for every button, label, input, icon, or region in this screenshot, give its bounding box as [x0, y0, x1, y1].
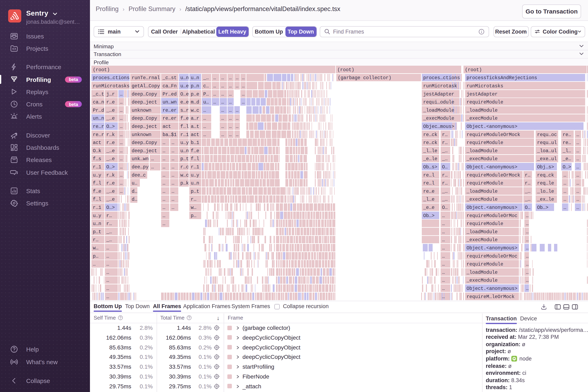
- svg-text:…: …: [120, 124, 123, 129]
- svg-text:O…>: O…>: [106, 205, 115, 210]
- svg-text:…: …: [203, 132, 206, 138]
- svg-text:unk…wn: unk…wn: [132, 156, 149, 162]
- svg-text:r…e: r…e: [106, 140, 115, 146]
- svg-text:…: …: [221, 84, 224, 89]
- svg-text:re…ck: re…ck: [423, 132, 437, 138]
- svg-text:Pr…ed: Pr…ed: [163, 92, 177, 97]
- svg-text:p…: p…: [93, 254, 99, 259]
- svg-text:requ…oc: requ…oc: [537, 132, 557, 138]
- svg-text:_…e: _…e: [106, 156, 115, 162]
- svg-text:runMicrotask: runMicrotask: [423, 84, 457, 89]
- svg-text:…: …: [526, 213, 529, 218]
- svg-text:getAl…Copy: getAl…Copy: [132, 84, 160, 89]
- svg-text:…: …: [163, 213, 165, 218]
- svg-text:…: …: [564, 197, 566, 202]
- svg-text:r…: r…: [191, 197, 197, 202]
- svg-text:Object.<anonymous>: Object.<anonymous>: [467, 164, 517, 170]
- svg-text:w…c: w…c: [191, 108, 199, 113]
- svg-text:…: …: [564, 173, 566, 178]
- svg-text:…: …: [221, 124, 224, 129]
- svg-text:_lo…le: _lo…le: [537, 189, 554, 194]
- svg-text:act: act: [191, 132, 199, 138]
- svg-text:f…l: f…l: [93, 181, 101, 186]
- svg-text:_…: _…: [525, 189, 531, 194]
- svg-text:w…: w…: [191, 205, 197, 210]
- svg-text:…: …: [229, 84, 232, 89]
- svg-text:_e…e: _e…e: [423, 205, 434, 210]
- svg-text:…: …: [236, 108, 239, 113]
- svg-text:_loadModule: _loadModule: [423, 108, 454, 113]
- svg-text:…: …: [120, 92, 123, 97]
- svg-text:…: …: [526, 286, 529, 291]
- svg-text:r…: r…: [106, 221, 112, 226]
- svg-text:r…: r…: [525, 181, 531, 186]
- svg-text:jestAdapter: jestAdapter: [423, 92, 454, 97]
- svg-text:processTicksAndRejections: processTicksAndRejections: [467, 75, 537, 80]
- svg-text:b…1: b…1: [191, 140, 199, 146]
- svg-text:u…n: u…n: [191, 181, 199, 186]
- svg-text:…: …: [163, 140, 165, 146]
- svg-text:…: …: [526, 229, 529, 235]
- svg-text:Object.<anonymous>: Object.<anonymous>: [467, 124, 517, 129]
- svg-text:…: …: [576, 205, 579, 210]
- svg-text:u…n: u…n: [180, 75, 189, 80]
- svg-text:act: act: [163, 124, 171, 129]
- svg-text:…: …: [120, 189, 123, 194]
- svg-text:u…y: u…y: [93, 213, 101, 218]
- svg-text:f…e: f…e: [180, 116, 189, 121]
- svg-text:…: …: [120, 140, 123, 146]
- svg-text:c…: c…: [203, 84, 209, 89]
- svg-text:…: …: [442, 294, 445, 300]
- svg-text:…: …: [163, 164, 165, 170]
- svg-text:r…1: r…1: [191, 164, 199, 170]
- svg-text:r…: r…: [442, 132, 448, 138]
- svg-text:…: …: [213, 92, 216, 97]
- svg-text:…: …: [229, 108, 232, 113]
- svg-text:deep…Copy: deep…Copy: [132, 116, 157, 121]
- svg-text:O…e: O…e: [180, 92, 189, 97]
- svg-text:_…e: _…e: [106, 148, 115, 154]
- svg-text:…: …: [163, 148, 165, 154]
- svg-text:unknown: unknown: [132, 132, 152, 138]
- svg-text:…: …: [172, 197, 174, 202]
- svg-text:…: …: [163, 189, 165, 194]
- svg-text:requ…ul: requ…ul: [537, 140, 557, 146]
- svg-text:Objec…mous>: Objec…mous>: [423, 124, 454, 129]
- svg-text:req…le: req…le: [537, 181, 554, 186]
- svg-text:f…l: f…l: [93, 197, 101, 202]
- svg-text:re…er: re…er: [163, 116, 177, 121]
- svg-text:…: …: [442, 246, 445, 251]
- svg-text:w…c: w…c: [180, 173, 189, 178]
- svg-text:proces…ctions: proces…ctions: [93, 75, 129, 80]
- svg-text:…: …: [576, 197, 579, 202]
- svg-text:…: …: [120, 100, 123, 105]
- svg-text:(root): (root): [337, 67, 354, 73]
- svg-text:dee…c: dee…c: [132, 173, 146, 178]
- svg-text:r…: r…: [93, 237, 99, 243]
- svg-text:d…: d…: [132, 189, 137, 194]
- svg-text:…: …: [229, 124, 232, 129]
- svg-text:_execModule: _execModule: [466, 237, 498, 243]
- svg-text:_execModule: _execModule: [466, 116, 498, 121]
- svg-text:deep…Copy: deep…Copy: [132, 92, 157, 97]
- svg-text:p…t: p…t: [191, 189, 199, 194]
- svg-text:…: …: [526, 262, 529, 267]
- svg-text:a…r: a…r: [191, 116, 199, 121]
- svg-text:m…d: m…d: [191, 100, 199, 105]
- svg-text:…: …: [213, 84, 216, 89]
- svg-text:r…k: r…k: [106, 132, 115, 138]
- svg-text:req…ck: req…ck: [537, 173, 554, 178]
- svg-text:…: …: [106, 294, 109, 300]
- svg-text:Ob…s>: Ob…s>: [423, 164, 437, 170]
- svg-text:…: …: [576, 148, 579, 154]
- svg-text:…: …: [229, 132, 232, 138]
- svg-text:…: …: [576, 156, 579, 162]
- svg-text:…: …: [442, 270, 445, 275]
- svg-text:deep…ject: deep…ject: [132, 124, 157, 129]
- svg-text:…: …: [526, 270, 529, 275]
- svg-text:…: …: [106, 262, 109, 267]
- svg-text:…: …: [576, 173, 579, 178]
- svg-text:re…e: re…e: [423, 189, 434, 194]
- svg-text:…: …: [172, 164, 174, 170]
- svg-text:requireModule: requireModule: [467, 140, 503, 146]
